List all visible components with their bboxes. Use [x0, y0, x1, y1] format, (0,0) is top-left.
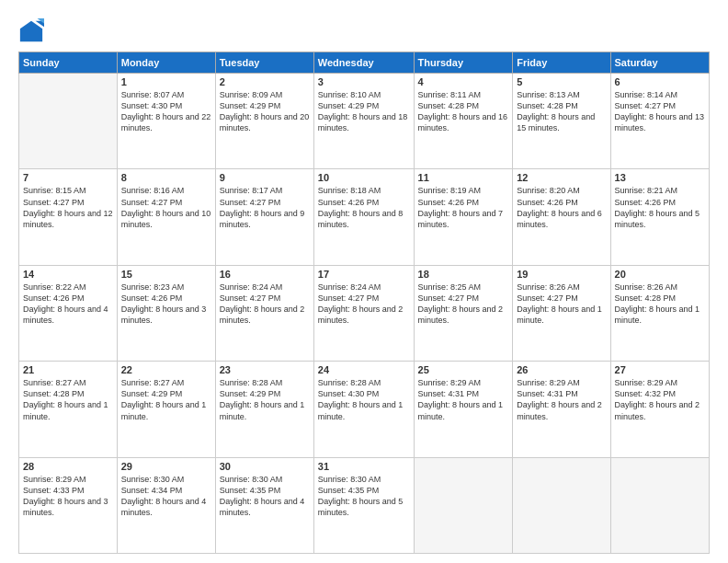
calendar-cell: 16Sunrise: 8:24 AMSunset: 4:27 PMDayligh… — [215, 265, 313, 361]
week-row-2: 7Sunrise: 8:15 AMSunset: 4:27 PMDaylight… — [19, 169, 710, 265]
cell-details: Sunrise: 8:16 AMSunset: 4:27 PMDaylight:… — [121, 185, 211, 230]
calendar-cell: 1Sunrise: 8:07 AMSunset: 4:30 PMDaylight… — [117, 74, 215, 169]
day-number: 27 — [615, 364, 705, 375]
weekday-header-monday: Monday — [117, 52, 215, 74]
page: SundayMondayTuesdayWednesdayThursdayFrid… — [0, 0, 728, 563]
calendar-cell: 28Sunrise: 8:29 AMSunset: 4:33 PMDayligh… — [19, 457, 118, 553]
cell-details: Sunrise: 8:11 AMSunset: 4:28 PMDaylight:… — [418, 89, 509, 134]
cell-details: Sunrise: 8:26 AMSunset: 4:27 PMDaylight:… — [517, 282, 606, 327]
calendar-cell — [19, 74, 118, 169]
day-number: 23 — [220, 364, 310, 375]
week-row-4: 21Sunrise: 8:27 AMSunset: 4:28 PMDayligh… — [19, 362, 710, 457]
cell-details: Sunrise: 8:14 AMSunset: 4:27 PMDaylight:… — [615, 89, 705, 134]
calendar-cell: 14Sunrise: 8:22 AMSunset: 4:26 PMDayligh… — [19, 265, 118, 361]
calendar-cell: 18Sunrise: 8:25 AMSunset: 4:27 PMDayligh… — [414, 265, 513, 361]
cell-details: Sunrise: 8:10 AMSunset: 4:29 PMDaylight:… — [318, 89, 410, 134]
day-number: 25 — [418, 364, 509, 375]
day-number: 14 — [23, 269, 113, 280]
day-number: 22 — [121, 364, 211, 375]
calendar-cell: 24Sunrise: 8:28 AMSunset: 4:30 PMDayligh… — [313, 362, 414, 457]
calendar-cell: 21Sunrise: 8:27 AMSunset: 4:28 PMDayligh… — [19, 362, 118, 457]
cell-details: Sunrise: 8:17 AMSunset: 4:27 PMDaylight:… — [220, 185, 310, 230]
day-number: 1 — [121, 76, 211, 87]
calendar-cell: 15Sunrise: 8:23 AMSunset: 4:26 PMDayligh… — [117, 265, 215, 361]
day-number: 18 — [418, 269, 509, 280]
day-number: 10 — [318, 172, 410, 183]
cell-details: Sunrise: 8:28 AMSunset: 4:30 PMDaylight:… — [318, 377, 410, 422]
cell-details: Sunrise: 8:27 AMSunset: 4:28 PMDaylight:… — [23, 377, 113, 422]
cell-details: Sunrise: 8:09 AMSunset: 4:29 PMDaylight:… — [220, 89, 310, 134]
day-number: 17 — [318, 269, 410, 280]
day-number: 11 — [418, 172, 509, 183]
calendar-cell: 3Sunrise: 8:10 AMSunset: 4:29 PMDaylight… — [313, 74, 414, 169]
day-number: 13 — [615, 172, 705, 183]
cell-details: Sunrise: 8:28 AMSunset: 4:29 PMDaylight:… — [220, 377, 310, 422]
calendar-cell: 10Sunrise: 8:18 AMSunset: 4:26 PMDayligh… — [313, 169, 414, 265]
day-number: 28 — [23, 461, 113, 472]
cell-details: Sunrise: 8:15 AMSunset: 4:27 PMDaylight:… — [23, 185, 113, 230]
cell-details: Sunrise: 8:29 AMSunset: 4:33 PMDaylight:… — [23, 474, 113, 519]
week-row-5: 28Sunrise: 8:29 AMSunset: 4:33 PMDayligh… — [19, 457, 710, 553]
day-number: 3 — [318, 76, 410, 87]
day-number: 19 — [517, 269, 606, 280]
calendar-cell: 9Sunrise: 8:17 AMSunset: 4:27 PMDaylight… — [215, 169, 313, 265]
calendar-cell: 23Sunrise: 8:28 AMSunset: 4:29 PMDayligh… — [215, 362, 313, 457]
calendar-cell: 6Sunrise: 8:14 AMSunset: 4:27 PMDaylight… — [610, 74, 709, 169]
logo — [18, 18, 46, 44]
calendar-cell: 11Sunrise: 8:19 AMSunset: 4:26 PMDayligh… — [414, 169, 513, 265]
day-number: 15 — [121, 269, 211, 280]
day-number: 9 — [220, 172, 310, 183]
day-number: 26 — [517, 364, 606, 375]
day-number: 8 — [121, 172, 211, 183]
cell-details: Sunrise: 8:20 AMSunset: 4:26 PMDaylight:… — [517, 185, 606, 230]
week-row-1: 1Sunrise: 8:07 AMSunset: 4:30 PMDaylight… — [19, 74, 710, 169]
calendar-cell — [610, 457, 709, 553]
weekday-header-sunday: Sunday — [19, 52, 118, 74]
cell-details: Sunrise: 8:07 AMSunset: 4:30 PMDaylight:… — [121, 89, 211, 134]
calendar-cell: 2Sunrise: 8:09 AMSunset: 4:29 PMDaylight… — [215, 74, 313, 169]
cell-details: Sunrise: 8:29 AMSunset: 4:31 PMDaylight:… — [418, 377, 509, 422]
cell-details: Sunrise: 8:13 AMSunset: 4:28 PMDaylight:… — [517, 89, 606, 134]
day-number: 29 — [121, 461, 211, 472]
header — [18, 15, 710, 44]
cell-details: Sunrise: 8:30 AMSunset: 4:34 PMDaylight:… — [121, 474, 211, 519]
cell-details: Sunrise: 8:23 AMSunset: 4:26 PMDaylight:… — [121, 282, 211, 327]
svg-marker-0 — [20, 21, 42, 41]
calendar-cell: 5Sunrise: 8:13 AMSunset: 4:28 PMDaylight… — [513, 74, 610, 169]
day-number: 5 — [517, 76, 606, 87]
cell-details: Sunrise: 8:21 AMSunset: 4:26 PMDaylight:… — [615, 185, 705, 230]
weekday-header-row: SundayMondayTuesdayWednesdayThursdayFrid… — [19, 52, 710, 74]
calendar-cell: 17Sunrise: 8:24 AMSunset: 4:27 PMDayligh… — [313, 265, 414, 361]
calendar-cell: 20Sunrise: 8:26 AMSunset: 4:28 PMDayligh… — [610, 265, 709, 361]
cell-details: Sunrise: 8:29 AMSunset: 4:31 PMDaylight:… — [517, 377, 606, 422]
day-number: 6 — [615, 76, 705, 87]
weekday-header-tuesday: Tuesday — [215, 52, 313, 74]
weekday-header-thursday: Thursday — [414, 52, 513, 74]
calendar-cell: 4Sunrise: 8:11 AMSunset: 4:28 PMDaylight… — [414, 74, 513, 169]
week-row-3: 14Sunrise: 8:22 AMSunset: 4:26 PMDayligh… — [19, 265, 710, 361]
cell-details: Sunrise: 8:24 AMSunset: 4:27 PMDaylight:… — [220, 282, 310, 327]
day-number: 21 — [23, 364, 113, 375]
cell-details: Sunrise: 8:18 AMSunset: 4:26 PMDaylight:… — [318, 185, 410, 230]
calendar-cell: 7Sunrise: 8:15 AMSunset: 4:27 PMDaylight… — [19, 169, 118, 265]
cell-details: Sunrise: 8:30 AMSunset: 4:35 PMDaylight:… — [220, 474, 310, 519]
day-number: 12 — [517, 172, 606, 183]
day-number: 31 — [318, 461, 410, 472]
cell-details: Sunrise: 8:19 AMSunset: 4:26 PMDaylight:… — [418, 185, 509, 230]
calendar-cell: 29Sunrise: 8:30 AMSunset: 4:34 PMDayligh… — [117, 457, 215, 553]
calendar-cell: 31Sunrise: 8:30 AMSunset: 4:35 PMDayligh… — [313, 457, 414, 553]
calendar-cell: 8Sunrise: 8:16 AMSunset: 4:27 PMDaylight… — [117, 169, 215, 265]
weekday-header-saturday: Saturday — [610, 52, 709, 74]
cell-details: Sunrise: 8:29 AMSunset: 4:32 PMDaylight:… — [615, 377, 705, 422]
calendar-cell: 26Sunrise: 8:29 AMSunset: 4:31 PMDayligh… — [513, 362, 610, 457]
calendar-cell: 19Sunrise: 8:26 AMSunset: 4:27 PMDayligh… — [513, 265, 610, 361]
weekday-header-wednesday: Wednesday — [313, 52, 414, 74]
day-number: 2 — [220, 76, 310, 87]
cell-details: Sunrise: 8:27 AMSunset: 4:29 PMDaylight:… — [121, 377, 211, 422]
weekday-header-friday: Friday — [513, 52, 610, 74]
calendar-cell: 12Sunrise: 8:20 AMSunset: 4:26 PMDayligh… — [513, 169, 610, 265]
cell-details: Sunrise: 8:25 AMSunset: 4:27 PMDaylight:… — [418, 282, 509, 327]
calendar-cell — [513, 457, 610, 553]
day-number: 24 — [318, 364, 410, 375]
calendar-cell: 27Sunrise: 8:29 AMSunset: 4:32 PMDayligh… — [610, 362, 709, 457]
